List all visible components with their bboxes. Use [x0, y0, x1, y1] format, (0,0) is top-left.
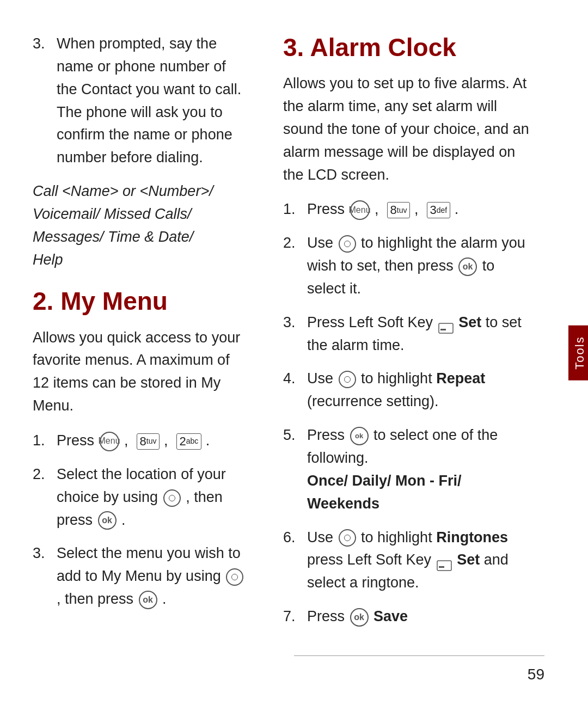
left-soft-key-icon: ▬ [438, 318, 454, 329]
section3-title: 3. Alarm Clock [283, 33, 534, 63]
key-8b-icon: 8tuv [387, 202, 411, 218]
ok-key-icon: ok [98, 511, 117, 530]
alarm-step2: 2. Use to highlight the alarm you wish t… [283, 232, 534, 301]
nav-ring5-icon [339, 529, 356, 547]
key-3-icon: 3def [427, 202, 451, 218]
menu-key2-icon: Menu [350, 200, 370, 220]
alarm-step4: 4. Use to highlight Repeat (recurrence s… [283, 367, 534, 413]
nav-ring4-icon [339, 371, 356, 388]
ok-key5-icon: ok [350, 608, 369, 627]
ok-key3-icon: ok [458, 258, 477, 276]
side-tab: Tools [568, 325, 588, 380]
mymenu-step1: 1. Press Menu , 8tuv , 2abc . [33, 430, 245, 452]
left-soft-key2-icon: ▬ [437, 555, 452, 566]
intro-step-3: 3. When prompted, say the name or phone … [33, 33, 245, 169]
ok-key4-icon: ok [350, 427, 369, 445]
svg-text:▬: ▬ [440, 326, 446, 332]
menu-key-icon: Menu [100, 432, 119, 451]
alarm-step1: 1. Press Menu , 8tuv , 3def . [283, 198, 534, 221]
section2-body: Allows you quick access to your favorite… [33, 327, 245, 418]
nav-ring-icon [163, 489, 181, 507]
mymenu-step2: 2. Select the location of your choice by… [33, 463, 245, 532]
section3-body: Allows you to set up to five alarms. At … [283, 72, 534, 186]
mymenu-step3: 3. Select the menu you wish to add to My… [33, 542, 245, 611]
ok-key-icon2: ok [139, 591, 157, 609]
alarm-step6: 6. Use to highlight Ringtones press Left… [283, 526, 534, 595]
alarm-step5: 5. Press ok to select one of the followi… [283, 424, 534, 515]
key-8-icon: 8tuv [137, 433, 160, 450]
alarm-step3: 3. Press Left Soft Key ▬ Set to set the … [283, 311, 534, 357]
italic-block: Call <Name> or <Number>/ Voicemail/ Miss… [33, 180, 245, 271]
bottom-divider-area [294, 655, 544, 661]
alarm-step7: 7. Press ok Save [283, 605, 534, 628]
key-2-icon: 2abc [176, 433, 202, 450]
section2-title: 2. My Menu [33, 286, 245, 316]
svg-text:▬: ▬ [439, 563, 444, 569]
page-number: 59 [528, 666, 544, 683]
divider [294, 655, 544, 656]
nav-ring-icon2 [226, 568, 243, 586]
nav-ring3-icon [339, 235, 356, 253]
